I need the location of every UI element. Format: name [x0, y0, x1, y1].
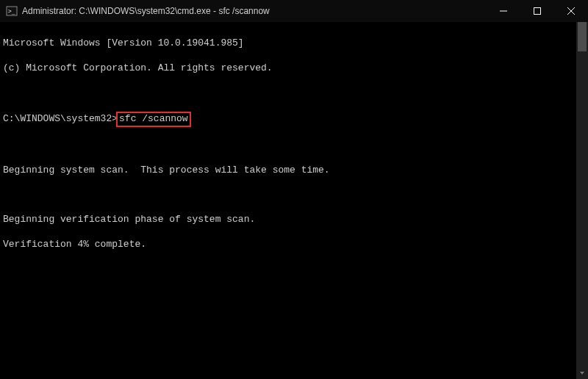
window-controls — [487, 0, 588, 22]
minimize-button[interactable] — [487, 0, 520, 22]
verification-progress-line: Verification 4% complete. — [3, 239, 585, 251]
window-title: Administrator: C:\WINDOWS\system32\cmd.e… — [22, 6, 487, 16]
close-button[interactable] — [554, 0, 588, 22]
console-output[interactable]: Microsoft Windows [Version 10.0.19041.98… — [0, 22, 588, 379]
prompt-text: C:\WINDOWS\system32> — [3, 113, 118, 126]
vertical-scrollbar[interactable] — [576, 22, 588, 379]
blank-line — [3, 190, 585, 202]
scrollbar-thumb[interactable] — [578, 22, 587, 51]
scan-begin-line: Beginning system scan. This process will… — [3, 165, 585, 177]
svg-marker-7 — [580, 372, 584, 375]
copyright-line: (c) Microsoft Corporation. All rights re… — [3, 62, 585, 75]
command-text: sfc /scannow — [119, 113, 188, 124]
svg-text:>_: >_ — [8, 8, 15, 15]
scroll-down-arrow-icon[interactable] — [576, 367, 588, 379]
command-highlight: sfc /scannow — [116, 112, 191, 127]
cmd-icon: >_ — [6, 5, 18, 17]
svg-rect-3 — [534, 8, 541, 15]
blank-line — [3, 87, 585, 99]
maximize-button[interactable] — [520, 0, 554, 22]
version-line: Microsoft Windows [Version 10.0.19041.98… — [3, 37, 585, 50]
window-titlebar: >_ Administrator: C:\WINDOWS\system32\cm… — [0, 0, 588, 22]
prompt-line: C:\WINDOWS\system32>sfc /scannow — [3, 112, 585, 127]
verification-phase-line: Beginning verification phase of system s… — [3, 214, 585, 226]
blank-line — [3, 140, 585, 152]
